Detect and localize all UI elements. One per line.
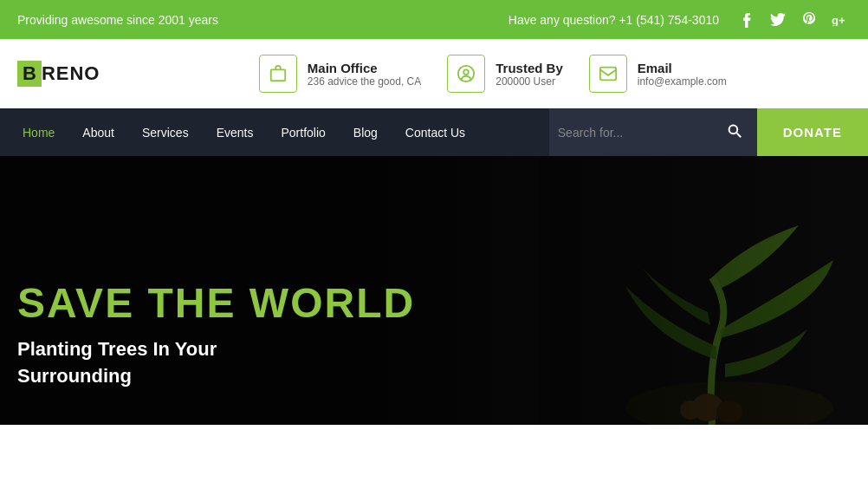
trusted-by-text: Trusted By 200000 User <box>496 61 563 88</box>
email-text: Email info@example.com <box>638 61 727 88</box>
phone-label: Have any question? +1 (541) 754-3010 <box>508 13 719 27</box>
svg-point-6 <box>463 69 469 75</box>
logo[interactable]: BRENO <box>17 61 100 87</box>
svg-rect-7 <box>600 68 616 81</box>
pinterest-icon[interactable] <box>799 10 819 30</box>
nav-item-contact[interactable]: Contact Us <box>392 108 479 156</box>
logo-reno: RENO <box>42 62 100 85</box>
email-title: Email <box>638 61 727 75</box>
hero-section: SAVE THE WORLD Planting Trees In Your Su… <box>0 156 868 425</box>
nav-item-events[interactable]: Events <box>203 108 268 156</box>
nav-search <box>549 108 757 156</box>
logo-b: B <box>17 61 42 87</box>
email-icon <box>589 55 627 93</box>
facebook-icon[interactable] <box>736 10 757 30</box>
main-office-text: Main Office 236 advice the good, CA <box>308 61 421 88</box>
main-office-icon <box>259 55 297 93</box>
top-bar: Providing awesome since 2001 years Have … <box>0 0 868 39</box>
nav-item-blog[interactable]: Blog <box>340 108 392 156</box>
svg-point-8 <box>729 125 737 134</box>
googleplus-icon[interactable]: g+ <box>830 10 851 30</box>
header-info: Main Office 236 advice the good, CA Trus… <box>134 55 851 93</box>
social-icons: g+ <box>736 10 851 30</box>
nav-item-services[interactable]: Services <box>128 108 203 156</box>
hero-title: SAVE THE WORLD <box>17 281 415 327</box>
twitter-icon[interactable] <box>768 10 788 30</box>
nav-item-about[interactable]: About <box>68 108 128 156</box>
nav-bar: Home About Services Events Portfolio Blo… <box>0 108 868 156</box>
main-office-title: Main Office <box>308 61 421 75</box>
email-subtitle: info@example.com <box>638 75 727 88</box>
search-input[interactable] <box>558 126 721 140</box>
hero-subtitle-line2: Surrounding <box>17 365 132 387</box>
svg-line-9 <box>736 133 741 137</box>
svg-rect-1 <box>271 69 286 81</box>
nav-item-home[interactable]: Home <box>9 108 68 156</box>
hero-content: SAVE THE WORLD Planting Trees In Your Su… <box>0 246 432 425</box>
trusted-by-icon <box>447 55 485 93</box>
trusted-by-title: Trusted By <box>496 61 563 75</box>
trusted-by-subtitle: 200000 User <box>496 75 563 88</box>
main-office-subtitle: 236 advice the good, CA <box>308 75 421 88</box>
donate-button[interactable]: DONATE <box>757 108 868 156</box>
svg-text:g+: g+ <box>832 14 845 26</box>
trusted-by-info: Trusted By 200000 User <box>447 55 563 93</box>
tagline: Providing awesome since 2001 years <box>17 13 218 27</box>
search-icon[interactable] <box>721 124 748 141</box>
nav-item-portfolio[interactable]: Portfolio <box>267 108 339 156</box>
top-bar-right: Have any question? +1 (541) 754-3010 g+ <box>508 10 851 30</box>
email-info: Email info@example.com <box>589 55 727 93</box>
hero-subtitle: Planting Trees In Your Surrounding <box>17 336 415 390</box>
nav-links: Home About Services Events Portfolio Blo… <box>0 108 549 156</box>
main-office-info: Main Office 236 advice the good, CA <box>259 55 421 93</box>
header: BRENO Main Office 236 advice the good, C… <box>0 39 868 108</box>
hero-subtitle-line1: Planting Trees In Your <box>17 338 217 360</box>
